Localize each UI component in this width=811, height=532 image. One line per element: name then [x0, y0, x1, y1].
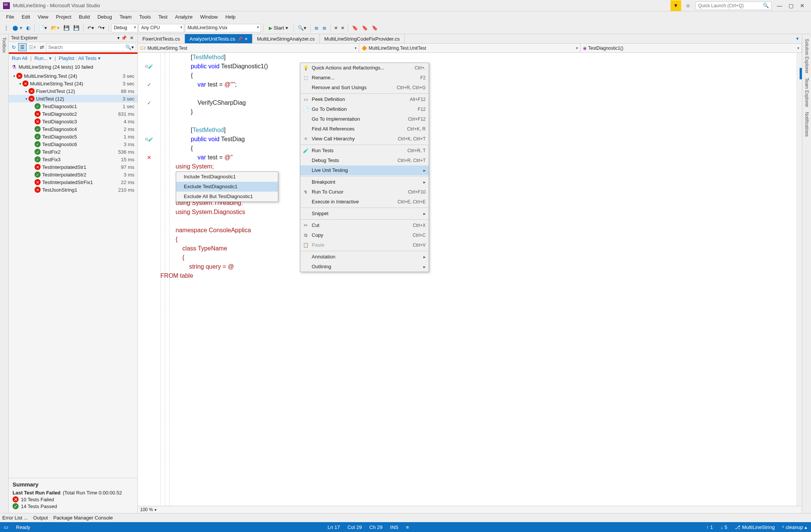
context-menu-item[interactable]: Execute in InteractiveCtrl+E, Ctrl+E: [300, 197, 429, 207]
side-tab-solution-explorer[interactable]: Solution Explorer: [804, 39, 809, 73]
open-button[interactable]: 📂▾: [49, 24, 61, 31]
toolbar-overflow-icon[interactable]: ⋮: [2, 24, 10, 31]
test-row[interactable]: ✓TestFix2536 ms: [9, 148, 137, 156]
zoom-combo[interactable]: 100 %: [138, 506, 802, 513]
step-over-icon[interactable]: ≣: [321, 24, 328, 31]
menu-edit[interactable]: Edit: [18, 13, 34, 21]
start-button[interactable]: ▶Start ▾: [266, 24, 291, 31]
context-menu-item[interactable]: Live Unit Testing▸: [300, 165, 429, 175]
context-menu-item[interactable]: Outlining▸: [300, 262, 429, 272]
bookmark-next-icon[interactable]: 🔖: [370, 24, 379, 31]
filter-icon[interactable]: ⇄: [38, 44, 46, 51]
new-project-button[interactable]: 📄▾: [37, 24, 49, 31]
refresh-icon[interactable]: ↻: [10, 44, 17, 51]
test-search[interactable]: 🔍▾: [46, 43, 136, 51]
run-all-link[interactable]: Run All: [12, 55, 27, 61]
submenu-item[interactable]: Exclude All But TestDiagnostic1: [176, 192, 278, 201]
side-tab-team-explorer[interactable]: Team Explorer: [804, 78, 809, 107]
redo-button[interactable]: ↷▾: [96, 24, 106, 31]
test-row[interactable]: ✓TestDiagnostic51 ms: [9, 133, 137, 140]
group-by-icon[interactable]: ☰▾: [27, 44, 38, 51]
bookmark-icon[interactable]: 🔖: [350, 24, 360, 31]
bottom-tab[interactable]: Error List ...: [2, 515, 28, 521]
close-button[interactable]: ✕: [797, 3, 808, 9]
menu-project[interactable]: Project: [52, 13, 75, 21]
config-combo[interactable]: Debug: [111, 24, 138, 32]
pin-icon[interactable]: 📌: [120, 35, 128, 41]
menu-window[interactable]: Window: [196, 13, 221, 21]
doc-tab[interactable]: MultiLineStringCodeFixProvider.cs: [320, 34, 405, 43]
context-menu-item[interactable]: Remove and Sort UsingsCtrl+R, Ctrl+G: [300, 83, 429, 93]
test-row[interactable]: ✓TestFix315 ms: [9, 156, 137, 163]
context-menu-item[interactable]: Annotation▸: [300, 252, 429, 262]
notification-filter-icon[interactable]: ▼: [671, 0, 681, 11]
playlist-link[interactable]: Playlist : All Tests ▾: [59, 55, 101, 61]
context-menu-item[interactable]: 💡Quick Actions and Refactorings...Ctrl+.: [300, 63, 429, 73]
bookmark-prev-icon[interactable]: 🔖: [360, 24, 369, 31]
menu-file[interactable]: File: [2, 13, 18, 21]
close-tab-icon[interactable]: ✕: [245, 37, 248, 41]
status-push[interactable]: ↑ 1: [706, 524, 713, 530]
test-row[interactable]: ✓TestDiagnostic11 sec: [9, 102, 137, 110]
save-button[interactable]: 💾: [62, 24, 71, 31]
code-body[interactable]: ⊟🧪✓✓⊟🧪✕ [TestMethod] public void TestDia…: [138, 53, 802, 506]
quick-launch[interactable]: 🔍: [696, 2, 772, 10]
context-menu-item[interactable]: Snippet▸: [300, 209, 429, 219]
submenu-item[interactable]: Include TestDiagnostic1: [176, 172, 278, 182]
doc-tab[interactable]: AnalyzerUnitTests.cs📌✕: [185, 34, 252, 43]
test-row[interactable]: ✓TestDiagnostic42 ms: [9, 125, 137, 133]
feedback-icon[interactable]: ☺: [683, 0, 693, 11]
tab-overflow-icon[interactable]: ▾: [793, 34, 802, 43]
nav-forward-button[interactable]: ◐: [25, 24, 32, 31]
context-menu-item[interactable]: 🧪Run TestsCtrl+R, T: [300, 146, 429, 156]
test-row[interactable]: ▾✕MultiLineString.Test (24)3 sec: [9, 72, 137, 80]
run-link[interactable]: Run... ▾: [35, 55, 52, 61]
context-menu-item[interactable]: ↯Run To CursorCtrl+F10: [300, 187, 429, 197]
toolbox-tab[interactable]: Toolbox: [0, 34, 9, 513]
submenu-item[interactable]: Exclude TestDiagnostic1: [176, 182, 278, 192]
menu-build[interactable]: Build: [75, 13, 94, 21]
context-menu-item[interactable]: Breakpoint▸: [300, 177, 429, 187]
menu-tools[interactable]: Tools: [136, 13, 155, 21]
close-panel-icon[interactable]: ✕: [128, 35, 135, 41]
bottom-tab[interactable]: Package Manager Console: [53, 515, 113, 521]
test-row[interactable]: ✕TestDiagnostic34 ms: [9, 118, 137, 125]
side-tab-notifications[interactable]: Notifications: [804, 112, 809, 137]
context-menu-item[interactable]: ⚛View Call HierarchyCtrl+K, Ctrl+T: [300, 134, 429, 144]
bottom-tab[interactable]: Output: [33, 515, 48, 521]
context-menu-item[interactable]: ⧉CopyCtrl+C: [300, 230, 429, 240]
nav-member-combo[interactable]: ◉ TestDiagnostic1(): [581, 44, 802, 52]
context-menu-item[interactable]: 📄Go To DefinitionF12: [300, 104, 429, 114]
save-all-button[interactable]: 💾: [72, 24, 81, 31]
status-repo[interactable]: ⎇ MultiLineString: [735, 524, 775, 530]
context-menu-item[interactable]: Find All ReferencesCtrl+K, R: [300, 124, 429, 134]
context-menu-item[interactable]: ▭Peek DefinitionAlt+F12: [300, 94, 429, 104]
status-pull[interactable]: ↓ 5: [721, 524, 727, 530]
context-menu-item[interactable]: Debug TestsCtrl+R, Ctrl+T: [300, 156, 429, 165]
fold-icon[interactable]: ⊟: [145, 135, 148, 144]
code-lines[interactable]: [TestMethod] public void TestDiagnostic1…: [170, 53, 802, 506]
context-menu-item[interactable]: Go To ImplementationCtrl+F12: [300, 114, 429, 124]
scroll-preview[interactable]: [797, 53, 802, 506]
test-row[interactable]: ✓TestInterpolatedStr23 ms: [9, 171, 137, 178]
undo-button[interactable]: ↶▾: [86, 24, 96, 31]
find-in-files-icon[interactable]: 🔍▾: [296, 24, 308, 31]
platform-combo[interactable]: Any CPU: [139, 24, 184, 32]
test-row[interactable]: ✕TestInterpolatedStrFix122 ms: [9, 178, 137, 186]
test-row[interactable]: ▾✕MultiLineString.Test (24)3 sec: [9, 80, 137, 87]
menu-view[interactable]: View: [34, 13, 52, 21]
menu-help[interactable]: Help: [222, 13, 240, 21]
context-menu-item[interactable]: ✂CutCtrl+X: [300, 220, 429, 230]
test-row[interactable]: ✕TestInterpolatedStr197 ms: [9, 163, 137, 171]
status-segments-icon[interactable]: ≡: [406, 524, 409, 530]
startup-combo[interactable]: MultiLineString.Vsix: [185, 24, 261, 32]
hierarchy-view-icon[interactable]: ☰: [18, 43, 27, 51]
menu-analyze[interactable]: Analyze: [171, 13, 196, 21]
uncomment-icon[interactable]: ≡: [340, 24, 346, 31]
status-branch[interactable]: ʸ cleanup ▴: [782, 524, 807, 530]
test-row[interactable]: ✕TestJsonString1210 ms: [9, 186, 137, 194]
doc-tab[interactable]: MultiLineStringAnalyzer.cs: [252, 34, 320, 43]
pin-icon[interactable]: 📌: [238, 37, 242, 41]
step-into-icon[interactable]: ≣: [313, 24, 320, 31]
menu-test[interactable]: Test: [155, 13, 171, 21]
